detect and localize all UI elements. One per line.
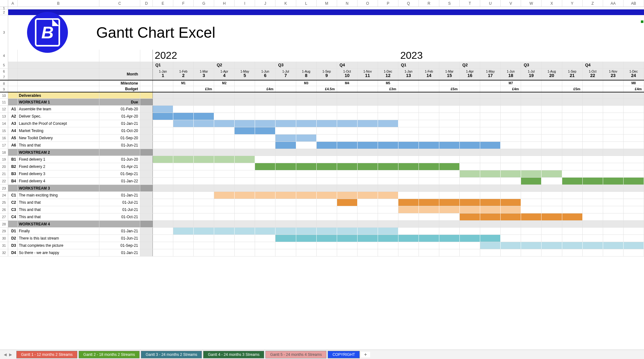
gantt-cell[interactable] xyxy=(153,242,173,249)
empty-cell[interactable] xyxy=(398,92,419,98)
empty-cell[interactable] xyxy=(501,221,521,227)
budget-cell[interactable]: £4m xyxy=(501,86,521,92)
gantt-cell[interactable] xyxy=(337,199,358,206)
gantt-cell[interactable] xyxy=(480,199,501,206)
empty-cell[interactable] xyxy=(603,92,624,98)
gantt-cell[interactable] xyxy=(194,235,214,242)
gantt-cell[interactable] xyxy=(194,120,214,127)
gantt-cell[interactable] xyxy=(378,192,398,199)
empty-cell[interactable] xyxy=(562,185,583,191)
empty-cell[interactable] xyxy=(255,185,275,191)
gantt-cell[interactable] xyxy=(501,106,521,113)
gantt-cell[interactable] xyxy=(460,235,480,242)
gantt-cell[interactable] xyxy=(460,192,480,199)
empty-cell[interactable] xyxy=(603,99,624,105)
milestone-cell[interactable] xyxy=(480,80,501,86)
gantt-cell[interactable] xyxy=(235,235,255,242)
task-row[interactable]: 14A3Launch the Proof of Concept01-Jan-21 xyxy=(0,120,644,127)
gantt-cell[interactable] xyxy=(296,235,317,242)
empty-cell[interactable] xyxy=(541,149,562,156)
month-header-cell[interactable]: 1-Oct10 xyxy=(337,69,358,80)
gantt-cell[interactable] xyxy=(398,192,419,199)
empty-cell[interactable] xyxy=(378,221,398,227)
gantt-cell[interactable] xyxy=(521,206,541,213)
gantt-cell[interactable] xyxy=(214,249,235,256)
empty-cell[interactable] xyxy=(153,221,173,227)
empty-cell[interactable] xyxy=(255,149,275,156)
row-number[interactable]: 25 xyxy=(0,199,8,206)
gantt-cell[interactable] xyxy=(214,192,235,199)
gantt-cell[interactable] xyxy=(153,170,173,177)
gantt-cell[interactable] xyxy=(501,156,521,163)
gantt-cell[interactable] xyxy=(378,213,398,220)
empty-cell[interactable] xyxy=(419,99,439,105)
gantt-cell[interactable] xyxy=(398,142,419,149)
gantt-cell[interactable] xyxy=(235,199,255,206)
gantt-cell[interactable] xyxy=(378,249,398,256)
gantt-cell[interactable] xyxy=(439,199,460,206)
gantt-cell[interactable] xyxy=(521,249,541,256)
gantt-cell[interactable] xyxy=(194,106,214,113)
month-header-cell[interactable]: 1-Aug8 xyxy=(296,69,317,80)
milestone-cell[interactable] xyxy=(460,80,480,86)
gantt-cell[interactable] xyxy=(235,156,255,163)
gantt-cell[interactable] xyxy=(317,113,337,120)
milestone-cell[interactable]: M7 xyxy=(501,80,521,86)
budget-cell[interactable] xyxy=(398,86,419,92)
gantt-cell[interactable] xyxy=(173,228,194,235)
empty-cell[interactable] xyxy=(480,149,501,156)
gantt-cell[interactable] xyxy=(214,242,235,249)
gantt-cell[interactable] xyxy=(337,249,358,256)
budget-cell[interactable]: £3m xyxy=(378,86,398,92)
gantt-cell[interactable] xyxy=(275,142,296,149)
quarter-cell[interactable]: Q2 xyxy=(214,62,235,68)
budget-cell[interactable]: £3m xyxy=(194,86,214,92)
gantt-cell[interactable] xyxy=(439,120,460,127)
select-all-cell[interactable] xyxy=(0,0,8,7)
gantt-cell[interactable] xyxy=(296,120,317,127)
gantt-cell[interactable] xyxy=(419,228,439,235)
gantt-cell[interactable] xyxy=(521,106,541,113)
gantt-cell[interactable] xyxy=(521,135,541,141)
gantt-cell[interactable] xyxy=(317,199,337,206)
empty-cell[interactable] xyxy=(194,92,214,98)
quarter-cell[interactable] xyxy=(358,62,378,68)
gantt-cell[interactable] xyxy=(296,127,317,134)
empty-cell[interactable] xyxy=(583,221,603,227)
gantt-cell[interactable] xyxy=(562,142,583,149)
quarter-cell[interactable]: Q3 xyxy=(521,62,541,68)
gantt-cell[interactable] xyxy=(541,192,562,199)
gantt-cell[interactable] xyxy=(562,106,583,113)
gantt-cell[interactable] xyxy=(378,113,398,120)
gantt-cell[interactable] xyxy=(624,163,644,170)
month-header-cell[interactable]: 1-Sep9 xyxy=(317,69,337,80)
gantt-cell[interactable] xyxy=(317,192,337,199)
gantt-cell[interactable] xyxy=(439,242,460,249)
quarter-cell[interactable]: Q3 xyxy=(275,62,296,68)
budget-cell[interactable] xyxy=(521,86,541,92)
gantt-cell[interactable] xyxy=(317,235,337,242)
gantt-cell[interactable] xyxy=(296,142,317,149)
empty-cell[interactable] xyxy=(358,185,378,191)
gantt-cell[interactable] xyxy=(214,206,235,213)
row-number[interactable]: 8 xyxy=(0,80,8,86)
gantt-cell[interactable] xyxy=(480,163,501,170)
empty-cell[interactable] xyxy=(624,149,644,156)
gantt-cell[interactable] xyxy=(275,135,296,141)
budget-cell[interactable] xyxy=(541,86,562,92)
gantt-cell[interactable] xyxy=(460,206,480,213)
empty-cell[interactable] xyxy=(419,221,439,227)
gantt-cell[interactable] xyxy=(583,156,603,163)
month-header-cell[interactable]: 1-Jan1 xyxy=(153,69,173,80)
gantt-cell[interactable] xyxy=(603,170,624,177)
milestone-cell[interactable] xyxy=(317,80,337,86)
empty-cell[interactable] xyxy=(480,221,501,227)
gantt-cell[interactable] xyxy=(541,199,562,206)
empty-cell[interactable] xyxy=(583,92,603,98)
gantt-cell[interactable] xyxy=(378,206,398,213)
gantt-cell[interactable] xyxy=(255,178,275,185)
gantt-cell[interactable] xyxy=(337,242,358,249)
gantt-cell[interactable] xyxy=(624,228,644,235)
empty-cell[interactable] xyxy=(603,185,624,191)
quarter-cell[interactable] xyxy=(562,62,583,68)
